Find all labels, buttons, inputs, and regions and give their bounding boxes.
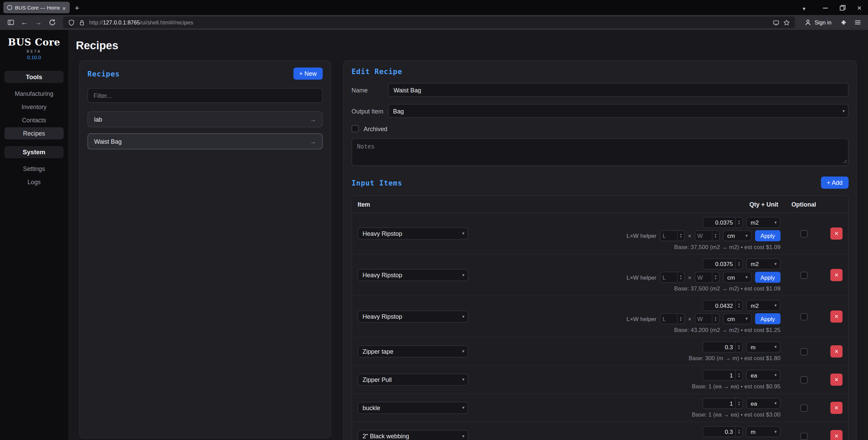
sidebar-item-settings[interactable]: Settings (4, 163, 64, 175)
section-header-system[interactable]: System (4, 146, 64, 158)
shield-icon[interactable] (68, 19, 75, 26)
item-select[interactable]: Heavy Ripstop (358, 269, 468, 281)
unit-select[interactable]: m (746, 341, 781, 353)
unit-select[interactable]: m (746, 426, 781, 437)
stepper-icon[interactable] (712, 272, 719, 282)
sidebar-item-inventory[interactable]: Inventory (4, 101, 64, 113)
unit-select[interactable]: ea (746, 398, 781, 409)
unit-select[interactable]: m2 (746, 300, 781, 311)
qty-input[interactable] (703, 342, 735, 352)
remove-row-button[interactable] (830, 430, 843, 440)
add-input-item-button[interactable]: + Add (821, 177, 849, 189)
length-input[interactable] (660, 272, 677, 282)
apply-button[interactable]: Apply (755, 313, 780, 324)
optional-checkbox[interactable] (800, 313, 807, 320)
optional-checkbox[interactable] (800, 271, 807, 279)
column-header-qty-unit: Qty + Unit (692, 201, 781, 208)
stepper-icon[interactable] (677, 231, 684, 241)
remove-row-button[interactable] (830, 345, 843, 357)
forward-button[interactable]: → (32, 16, 44, 29)
optional-checkbox[interactable] (800, 348, 807, 355)
width-input[interactable] (695, 314, 712, 324)
lw-helper: L×W helper × cm (627, 313, 781, 324)
unit-select[interactable]: m2 (746, 259, 781, 270)
optional-checkbox[interactable] (800, 376, 807, 383)
system-section: System Settings Logs (4, 146, 64, 189)
remove-row-button[interactable] (830, 227, 843, 240)
unit-select[interactable]: m2 (746, 217, 781, 228)
tab-close-icon[interactable] (62, 2, 66, 12)
stepper-icon[interactable] (712, 231, 719, 241)
qty-input[interactable] (703, 300, 735, 310)
qty-input[interactable] (703, 259, 735, 269)
item-select[interactable]: Zipper tape (358, 345, 468, 357)
stepper-icon[interactable] (735, 217, 742, 227)
item-select[interactable]: Heavy Ripstop (358, 311, 468, 323)
remove-row-button[interactable] (830, 373, 843, 386)
apply-button[interactable]: Apply (755, 230, 780, 242)
section-header-tools[interactable]: Tools (4, 71, 64, 83)
menu-hamburger-icon[interactable] (851, 16, 864, 29)
helper-unit-select[interactable]: cm (723, 230, 752, 242)
name-input[interactable] (388, 83, 849, 97)
new-tab-button[interactable] (75, 2, 79, 12)
close-window-button[interactable] (851, 0, 868, 15)
length-input[interactable] (660, 314, 677, 324)
optional-checkbox[interactable] (800, 433, 807, 440)
new-recipe-button[interactable]: + New (293, 68, 323, 80)
remove-row-button[interactable] (830, 311, 843, 323)
length-input[interactable] (660, 231, 677, 241)
output-item-select[interactable]: Bag (388, 104, 849, 118)
stepper-icon[interactable] (735, 300, 742, 310)
sidebar-toggle-icon[interactable] (4, 16, 17, 29)
width-input[interactable] (695, 272, 712, 282)
stepper-icon[interactable] (735, 342, 742, 352)
stepper-icon[interactable] (677, 314, 684, 324)
sidebar-item-manufacturing[interactable]: Manufacturing (4, 87, 64, 100)
sidebar-item-recipes[interactable]: Recipes (4, 127, 64, 140)
filter-input[interactable] (87, 88, 323, 103)
sidebar-item-contacts[interactable]: Contacts (4, 114, 64, 126)
qty-input[interactable] (703, 370, 735, 380)
item-select[interactable]: Zipper Pull (358, 373, 468, 386)
bookmark-star-icon[interactable] (783, 19, 790, 26)
apply-button[interactable]: Apply (755, 272, 780, 283)
sidebar-item-logs[interactable]: Logs (4, 176, 64, 188)
item-select[interactable]: Heavy Ripstop (358, 227, 468, 240)
notes-textarea[interactable] (351, 138, 849, 166)
item-select[interactable]: 2" Black webbing (358, 430, 468, 440)
helper-unit-select[interactable]: cm (723, 313, 752, 324)
stepper-icon[interactable] (735, 399, 742, 408)
stepper-icon[interactable] (735, 427, 742, 437)
optional-checkbox[interactable] (800, 230, 807, 237)
name-row: Name (351, 83, 849, 97)
reload-button[interactable] (46, 16, 58, 29)
stepper-icon[interactable] (735, 370, 742, 380)
recipe-list-item[interactable]: Waist Bag (87, 134, 323, 149)
stepper-icon[interactable] (677, 272, 684, 282)
qty-input[interactable] (703, 217, 735, 227)
remove-row-button[interactable] (830, 402, 843, 414)
sign-in-button[interactable]: Sign in (800, 16, 836, 29)
stepper-icon[interactable] (735, 259, 742, 269)
helper-unit-select[interactable]: cm (723, 272, 752, 283)
minimize-button[interactable] (816, 0, 833, 15)
optional-checkbox[interactable] (800, 404, 807, 411)
remove-row-button[interactable] (830, 269, 843, 281)
url-bar[interactable]: http://127.0.0.1:8765/ui/shell.html#/rec… (63, 17, 795, 28)
screenshot-icon[interactable] (773, 19, 780, 26)
item-select[interactable]: buckle (358, 402, 468, 414)
qty-input[interactable] (703, 427, 735, 437)
qty-input[interactable] (703, 399, 735, 408)
restore-button[interactable] (834, 0, 851, 15)
recipe-list-item[interactable]: lab (87, 111, 323, 127)
width-input[interactable] (695, 231, 712, 241)
archived-checkbox[interactable] (351, 125, 359, 132)
browser-tab[interactable]: BUS Core — Home (3, 2, 70, 13)
stepper-icon[interactable] (712, 314, 719, 324)
tab-list-chevron-icon[interactable] (803, 2, 805, 12)
extensions-icon[interactable] (837, 16, 850, 29)
back-button[interactable]: ← (18, 16, 31, 29)
unit-select[interactable]: ea (746, 370, 781, 381)
lock-icon[interactable] (79, 19, 85, 26)
